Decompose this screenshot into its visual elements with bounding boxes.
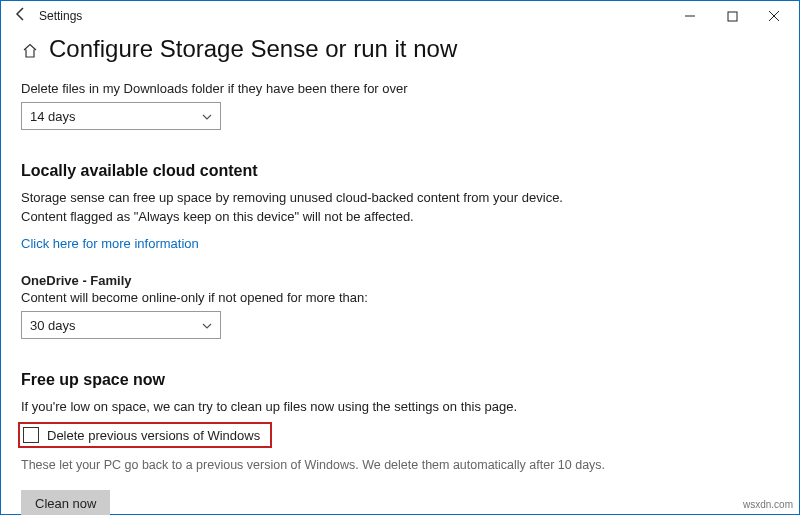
downloads-label: Delete files in my Downloads folder if t… [21, 81, 779, 96]
page-title: Configure Storage Sense or run it now [49, 35, 457, 63]
downloads-select-value: 14 days [30, 109, 76, 124]
freeup-heading: Free up space now [21, 371, 779, 389]
chevron-down-icon [202, 319, 212, 331]
watermark: wsxdn.com [743, 499, 793, 510]
clean-now-button[interactable]: Clean now [21, 490, 110, 515]
chevron-down-icon [202, 110, 212, 122]
checkbox-box[interactable] [23, 427, 39, 443]
delete-previous-checkbox-row[interactable]: Delete previous versions of Windows [18, 422, 272, 448]
cloud-desc-1: Storage sense can free up space by remov… [21, 190, 779, 205]
downloads-select[interactable]: 14 days [21, 102, 221, 130]
close-button[interactable] [753, 2, 795, 30]
back-button[interactable] [5, 6, 37, 26]
page-header: Configure Storage Sense or run it now [21, 35, 779, 71]
maximize-button[interactable] [711, 2, 753, 30]
minimize-button[interactable] [669, 2, 711, 30]
onedrive-heading: OneDrive - Family [21, 273, 779, 288]
window-title: Settings [37, 9, 82, 23]
cloud-heading: Locally available cloud content [21, 162, 779, 180]
freeup-note: These let your PC go back to a previous … [21, 458, 779, 472]
home-icon[interactable] [21, 42, 39, 64]
onedrive-label: Content will become online-only if not o… [21, 290, 779, 305]
onedrive-select-value: 30 days [30, 318, 76, 333]
onedrive-select[interactable]: 30 days [21, 311, 221, 339]
more-info-link[interactable]: Click here for more information [21, 236, 199, 251]
settings-window: Settings Configure Storage Sense or run … [0, 0, 800, 515]
svg-rect-1 [728, 12, 737, 21]
cloud-desc-2: Content flagged as "Always keep on this … [21, 209, 779, 224]
checkbox-label: Delete previous versions of Windows [47, 428, 260, 443]
content-area: Configure Storage Sense or run it now De… [1, 31, 799, 515]
freeup-desc: If you're low on space, we can try to cl… [21, 399, 779, 414]
title-bar: Settings [1, 1, 799, 31]
window-controls [669, 2, 795, 30]
